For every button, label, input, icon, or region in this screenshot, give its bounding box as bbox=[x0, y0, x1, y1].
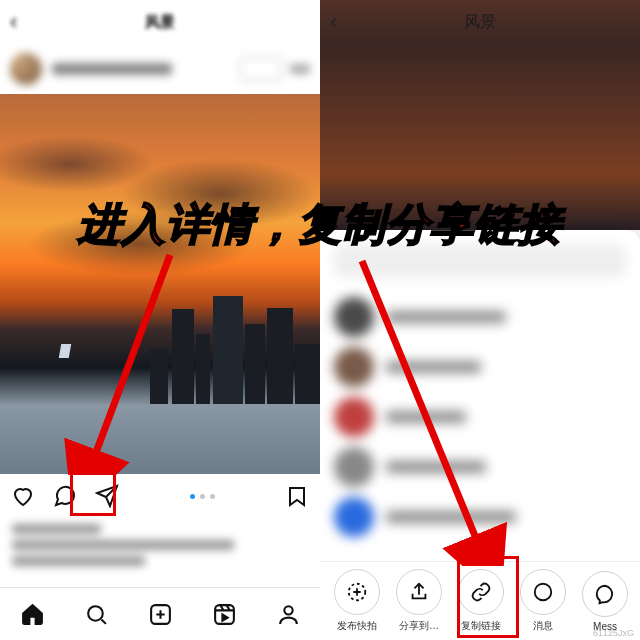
nav-profile-icon[interactable] bbox=[275, 601, 301, 627]
post-action-bar bbox=[0, 474, 320, 518]
nav-create-icon[interactable] bbox=[147, 601, 173, 627]
messenger-icon bbox=[582, 571, 628, 617]
share-action-shareto[interactable]: 分享到… bbox=[388, 569, 450, 633]
right-photo-peek bbox=[320, 44, 640, 230]
right-header-title: 风景 bbox=[464, 12, 496, 33]
share-action-messenger[interactable]: Mess bbox=[574, 571, 636, 632]
left-header-title: 风景 bbox=[145, 13, 175, 32]
share-action-quickshot[interactable]: 发布快拍 bbox=[326, 569, 388, 633]
nav-reels-icon[interactable] bbox=[211, 601, 237, 627]
share-action-messages[interactable]: 消息 bbox=[512, 569, 574, 633]
caption-blur bbox=[0, 524, 320, 566]
right-header: ‹ 风景 bbox=[320, 0, 640, 44]
post-photo[interactable] bbox=[0, 94, 320, 474]
share-sheet-blur bbox=[334, 244, 626, 560]
left-header: ‹ 风景 bbox=[0, 0, 320, 44]
bookmark-icon[interactable] bbox=[284, 483, 310, 509]
post-header bbox=[0, 44, 320, 94]
nav-home-icon[interactable] bbox=[19, 601, 45, 627]
username-blur[interactable] bbox=[52, 63, 172, 75]
skyline bbox=[0, 294, 320, 404]
tutorial-composite: ‹ 风景 bbox=[0, 0, 640, 640]
more-icon[interactable] bbox=[290, 64, 310, 74]
quickshot-icon bbox=[334, 569, 380, 615]
share-sheet: 发布快拍 分享到… 复制链接 消息 Mess bbox=[320, 230, 640, 640]
share-action-copylink[interactable]: 复制链接 bbox=[450, 569, 512, 633]
back-icon[interactable]: ‹ bbox=[10, 9, 17, 35]
svg-point-0 bbox=[88, 606, 103, 621]
comment-icon[interactable] bbox=[52, 483, 78, 509]
carousel-pager bbox=[136, 494, 268, 499]
like-icon[interactable] bbox=[10, 483, 36, 509]
avatar[interactable] bbox=[10, 53, 42, 85]
message-icon bbox=[520, 569, 566, 615]
link-icon bbox=[458, 569, 504, 615]
bottom-nav bbox=[0, 587, 320, 640]
follow-button-blur[interactable] bbox=[240, 57, 282, 81]
left-screenshot: ‹ 风景 bbox=[0, 0, 320, 640]
shareto-icon bbox=[396, 569, 442, 615]
right-screenshot: ‹ 风景 发布快拍 分享到… bbox=[320, 0, 640, 640]
svg-rect-2 bbox=[215, 605, 234, 624]
watermark: 61125JxG bbox=[593, 628, 634, 638]
svg-point-3 bbox=[284, 606, 292, 614]
back-icon[interactable]: ‹ bbox=[330, 9, 337, 35]
share-icon[interactable] bbox=[94, 483, 120, 509]
svg-point-5 bbox=[535, 584, 552, 601]
search-input-blur[interactable] bbox=[334, 244, 626, 278]
nav-search-icon[interactable] bbox=[83, 601, 109, 627]
